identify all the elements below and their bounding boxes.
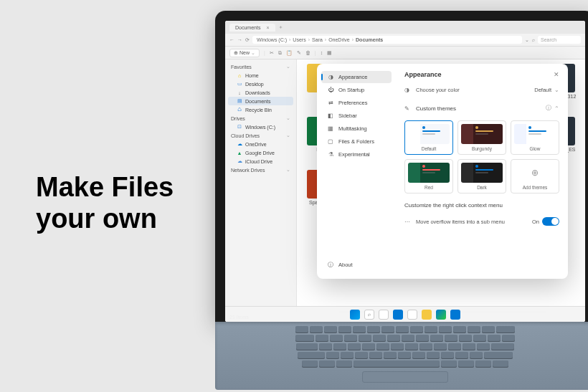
close-tab-icon[interactable]: ×: [266, 25, 269, 30]
sidebar-item-onedrive[interactable]: ☁OneDrive: [225, 140, 296, 148]
nav-preferences[interactable]: ⇄Preferences: [321, 97, 392, 109]
sidebar-item-label: Documents: [245, 99, 270, 104]
search-icon[interactable]: ⌕: [364, 310, 374, 320]
crumb[interactable]: OneDrive: [328, 37, 350, 42]
start-icon[interactable]: [350, 310, 360, 320]
nav-label: About: [338, 262, 353, 268]
hero-tagline: Make Files your own: [36, 172, 174, 234]
view-icon[interactable]: ▦: [327, 50, 332, 56]
sort-icon[interactable]: ↕: [321, 50, 323, 55]
add-theme-button[interactable]: ⊕Add themes: [511, 159, 559, 193]
close-icon[interactable]: ✕: [554, 71, 559, 78]
theme-card[interactable]: Red: [404, 159, 453, 193]
back-icon[interactable]: ←: [229, 37, 234, 42]
folder-icon: ▢: [327, 138, 334, 145]
color-label: Choose your color: [416, 87, 460, 93]
info-icon[interactable]: ⓘ: [546, 105, 551, 112]
themes-header-row[interactable]: ✎ Custom themes ⓘ ⌃: [404, 102, 559, 115]
chevron-right-icon: ›: [308, 37, 310, 42]
color-icon: ◑: [404, 87, 412, 93]
drive-icon: ⊡: [237, 124, 242, 130]
crumb[interactable]: Users: [293, 37, 305, 42]
screen-bezel: Documents × ＋ ← → ⟳ Windows (C:) › Users…: [215, 11, 588, 322]
recycle-icon: ♺: [237, 107, 242, 113]
color-row[interactable]: ◑ Choose your color Default ⌄: [404, 84, 559, 96]
paste-icon[interactable]: 📋: [286, 50, 293, 56]
new-label: New: [240, 50, 250, 55]
titlebar: Documents × ＋: [225, 21, 585, 34]
sidebar-item-downloads[interactable]: ↓Downloads: [225, 88, 296, 97]
theme-card[interactable]: Dark: [457, 159, 506, 193]
theme-card[interactable]: Burgundy: [457, 120, 506, 155]
taskview-icon[interactable]: [379, 310, 389, 320]
chevron-down-icon[interactable]: ⌄: [525, 37, 529, 43]
nav-files-folders[interactable]: ▢Files & Folders: [321, 135, 392, 148]
themes-label: Custom themes: [416, 105, 456, 112]
sidebar-item-label: Recycle Bin: [245, 107, 272, 113]
rename-icon[interactable]: ✎: [297, 50, 301, 56]
theme-preview: [461, 163, 503, 183]
sidebar-item-icloud[interactable]: ☁iCloud Drive: [225, 157, 296, 166]
cut-icon[interactable]: ✂: [270, 50, 274, 56]
downloads-icon: ↓: [237, 90, 242, 95]
nav-startup[interactable]: ⏻On Startup: [321, 84, 392, 96]
sidebar-item-label: OneDrive: [245, 142, 267, 147]
sidebar-item-label: Google Drive: [245, 150, 275, 156]
sidebar-section-network[interactable]: Network Drives ⌄: [225, 166, 296, 174]
chevron-down-icon: ⌄: [286, 167, 290, 173]
crumb[interactable]: Windows (C:): [257, 37, 287, 42]
theme-name: Glow: [530, 146, 541, 151]
breadcrumb[interactable]: Windows (C:) › Users › Sara › OneDrive ›…: [252, 36, 522, 44]
files-app-icon[interactable]: [393, 310, 403, 320]
settings-panel: Appearance ✕ ◑ Choose your color Default…: [396, 64, 568, 279]
theme-card[interactable]: Default: [404, 120, 453, 155]
sidebar: Favorites ⌄ ⌂Home ▭Desktop ↓Downloads ▤D…: [225, 59, 297, 312]
overflow-toggle[interactable]: [542, 217, 559, 226]
crumb[interactable]: Sara: [312, 37, 323, 42]
theme-name: Default: [422, 146, 437, 151]
refresh-icon[interactable]: ⟳: [245, 37, 250, 43]
nav-label: Sidebar: [338, 113, 357, 119]
search-input[interactable]: Search: [538, 36, 581, 44]
theme-card[interactable]: Glow: [511, 120, 559, 155]
sidebar-item-windows-c[interactable]: ⊡Windows (C:): [225, 123, 296, 131]
nav-about[interactable]: ⓘAbout: [321, 258, 392, 272]
sidebar-item-documents[interactable]: ▤Documents: [228, 97, 293, 105]
sidebar-item-recycle[interactable]: ♺Recycle Bin: [225, 105, 296, 114]
new-tab-button[interactable]: ＋: [278, 24, 283, 31]
sidebar-item-desktop[interactable]: ▭Desktop: [225, 80, 296, 88]
icloud-icon: ☁: [237, 158, 242, 164]
power-icon: ⏻: [327, 87, 334, 93]
chevron-down-icon: ⌄: [286, 64, 290, 70]
sidebar-item-label: Home: [245, 73, 259, 78]
new-button[interactable]: ⊕ New ⌄: [229, 49, 260, 57]
laptop-keyboard: [215, 322, 588, 390]
theme-name: Add themes: [523, 185, 548, 190]
explorer-icon[interactable]: [422, 310, 432, 320]
nav-appearance[interactable]: ◑Appearance: [321, 71, 392, 83]
nav-experimental[interactable]: ⚗Experimental: [321, 148, 392, 161]
home-icon: ⌂: [237, 72, 242, 78]
sidebar-section-drives[interactable]: Drives ⌄: [225, 114, 296, 123]
chat-icon[interactable]: [407, 310, 417, 320]
sidebar-section-cloud[interactable]: Cloud Drives ⌄: [225, 131, 296, 140]
edge-icon[interactable]: [436, 310, 446, 320]
store-icon[interactable]: [450, 310, 460, 320]
trackpad: [362, 371, 448, 383]
delete-icon[interactable]: 🗑: [305, 50, 310, 55]
window-tab[interactable]: Documents ×: [229, 24, 275, 32]
crumb[interactable]: Documents: [356, 37, 383, 42]
chevron-down-icon[interactable]: ⌄: [554, 87, 559, 93]
nav-multitasking[interactable]: ▦Multitasking: [321, 123, 392, 135]
gdrive-icon: ▲: [237, 150, 242, 156]
chevron-up-icon[interactable]: ⌃: [554, 105, 559, 112]
sidebar-section-favorites[interactable]: Favorites ⌄: [225, 62, 296, 71]
desktop-screen: Documents × ＋ ← → ⟳ Windows (C:) › Users…: [225, 21, 585, 322]
sidebar-item-home[interactable]: ⌂Home: [225, 71, 296, 80]
forward-icon[interactable]: →: [237, 37, 242, 42]
brush-icon: ✎: [404, 105, 412, 112]
sidebar-item-gdrive[interactable]: ▲Google Drive: [225, 148, 296, 157]
copy-icon[interactable]: ⧉: [278, 50, 282, 56]
theme-preview: [514, 124, 556, 144]
nav-sidebar[interactable]: ◧Sidebar: [321, 110, 392, 122]
